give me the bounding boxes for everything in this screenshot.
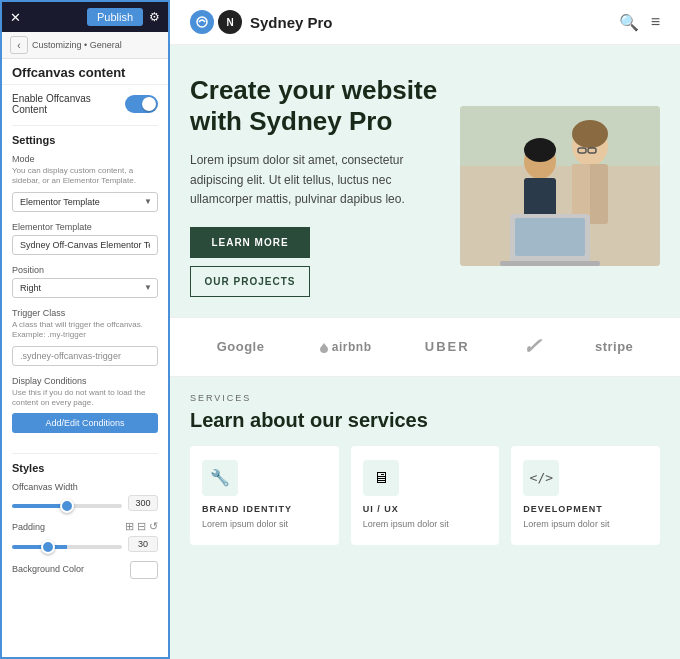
logo-nike: ✓: [522, 334, 543, 360]
padding-link-icon[interactable]: ⊞: [125, 520, 134, 533]
logo-icon-wrap: N: [190, 10, 242, 34]
hero-section: Create your website with Sydney Pro Lore…: [170, 45, 680, 317]
mode-label: Mode: [12, 154, 158, 164]
position-select[interactable]: Right Left: [12, 278, 158, 298]
add-conditions-button[interactable]: Add/Edit Conditions: [12, 413, 158, 433]
logo-airbnb: airbnb: [318, 340, 372, 354]
services-title: Learn about our services: [190, 409, 660, 432]
services-section: SERVICES Learn about our services 🔧 BRAN…: [170, 377, 680, 561]
ui-ux-desc: Lorem ipsum dolor sit: [363, 518, 488, 531]
hero-image: [460, 106, 660, 266]
navbar-icons: 🔍 ≡: [619, 13, 660, 32]
position-select-wrap: Right Left ▼: [12, 277, 158, 298]
search-icon[interactable]: 🔍: [619, 13, 639, 32]
trigger-class-note: A class that will trigger the offcanvas.…: [12, 320, 158, 341]
svg-point-11: [572, 120, 608, 148]
display-conditions-label: Display Conditions: [12, 376, 158, 386]
logo-uber: UBER: [425, 339, 470, 354]
toggle-row: Enable Offcanvas Content: [12, 93, 158, 115]
service-card-ui: 🖥 UI / UX Lorem ipsum dolor sit: [351, 446, 500, 545]
development-desc: Lorem ipsum dolor sit: [523, 518, 648, 531]
development-name: DEVELOPMENT: [523, 504, 648, 514]
publish-button[interactable]: Publish: [87, 8, 143, 26]
logo-n-icon: N: [218, 10, 242, 34]
top-bar: ✕ Publish ⚙: [2, 2, 168, 32]
learn-more-button[interactable]: LEARN MORE: [190, 227, 310, 258]
preview-area: N Sydney Pro 🔍 ≡ Create your website wit…: [170, 0, 680, 659]
logo-stripe: stripe: [595, 339, 633, 354]
svg-point-12: [524, 138, 556, 162]
trigger-class-input[interactable]: [12, 346, 158, 366]
toggle-label: Enable Offcanvas Content: [12, 93, 125, 115]
svg-point-0: [197, 17, 207, 27]
offcanvas-width-value: 300: [128, 495, 158, 511]
position-label: Position: [12, 265, 158, 275]
ui-ux-name: UI / UX: [363, 504, 488, 514]
brand-identity-icon: 🔧: [202, 460, 238, 496]
styles-heading: Styles: [12, 462, 158, 474]
padding-reset-icon[interactable]: ↺: [149, 520, 158, 533]
services-grid: 🔧 BRAND IDENTITY Lorem ipsum dolor sit 🖥…: [190, 446, 660, 545]
enable-offcanvas-toggle[interactable]: [125, 95, 158, 113]
offcanvas-width-slider[interactable]: [12, 504, 122, 508]
mode-select-wrap: Elementor Template Custom Content Sideba…: [12, 191, 158, 212]
padding-unlink-icon[interactable]: ⊟: [137, 520, 146, 533]
bg-color-row: Background Color: [12, 561, 158, 579]
back-button[interactable]: ‹: [10, 36, 28, 54]
site-title: Sydney Pro: [250, 14, 333, 31]
svg-rect-9: [515, 218, 585, 256]
display-conditions-note: Use this if you do not want to load the …: [12, 388, 158, 409]
padding-label: Padding ⊞ ⊟ ↺: [12, 520, 158, 533]
services-label: SERVICES: [190, 393, 660, 403]
elementor-template-input[interactable]: [12, 235, 158, 255]
hero-title: Create your website with Sydney Pro: [190, 75, 440, 137]
settings-icon[interactable]: ⚙: [149, 10, 160, 24]
padding-slider[interactable]: [12, 545, 122, 549]
panel-section-title: Offcanvas content: [2, 59, 168, 85]
offcanvas-width-row: 300: [12, 494, 158, 512]
breadcrumb-bar: ‹ Customizing • General: [2, 32, 168, 59]
logo-circle-icon: [190, 10, 214, 34]
close-icon[interactable]: ✕: [10, 10, 21, 25]
hero-content: Create your website with Sydney Pro Lore…: [190, 75, 440, 297]
left-panel: ✕ Publish ⚙ ‹ Customizing • General Offc…: [0, 0, 170, 659]
logo-google: Google: [217, 339, 265, 354]
ui-ux-icon: 🖥: [363, 460, 399, 496]
offcanvas-width-label: Offcanvas Width: [12, 482, 158, 492]
hero-buttons: LEARN MORE OUR PROJECTS: [190, 227, 310, 297]
our-projects-button[interactable]: OUR PROJECTS: [190, 266, 310, 297]
padding-row: 30: [12, 535, 158, 553]
service-card-dev: </> DEVELOPMENT Lorem ipsum dolor sit: [511, 446, 660, 545]
mode-select[interactable]: Elementor Template Custom Content Sideba…: [12, 192, 158, 212]
mode-note: You can display custom content, a sideba…: [12, 166, 158, 187]
logos-section: Google airbnb UBER ✓ stripe: [170, 317, 680, 377]
hero-body: Lorem ipsum dolor sit amet, consectetur …: [190, 151, 440, 209]
breadcrumb-path: Customizing • General: [32, 40, 122, 50]
site-navbar: N Sydney Pro 🔍 ≡: [170, 0, 680, 45]
padding-value: 30: [128, 536, 158, 552]
panel-body: Enable Offcanvas Content Settings Mode Y…: [2, 85, 168, 657]
service-card-brand: 🔧 BRAND IDENTITY Lorem ipsum dolor sit: [190, 446, 339, 545]
settings-heading: Settings: [12, 134, 158, 146]
bg-color-swatch[interactable]: [130, 561, 158, 579]
development-icon: </>: [523, 460, 559, 496]
brand-identity-desc: Lorem ipsum dolor sit: [202, 518, 327, 531]
svg-rect-10: [500, 261, 600, 266]
elementor-template-label: Elementor Template: [12, 222, 158, 232]
site-logo: N Sydney Pro: [190, 10, 333, 34]
trigger-class-label: Trigger Class: [12, 308, 158, 318]
bg-color-label: Background Color: [12, 564, 84, 574]
brand-identity-name: BRAND IDENTITY: [202, 504, 327, 514]
menu-icon[interactable]: ≡: [651, 13, 660, 31]
